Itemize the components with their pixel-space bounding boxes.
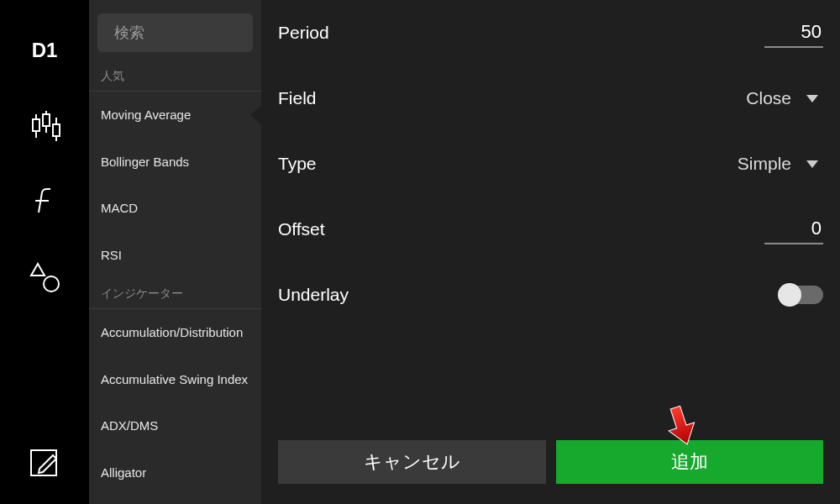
select-field[interactable]: Close [746, 88, 823, 108]
list-item-moving-average[interactable]: Moving Average [89, 92, 261, 139]
pencil-box-icon [28, 445, 61, 479]
add-button-label: 追加 [671, 449, 708, 475]
select-type-value: Simple [738, 154, 791, 174]
list-item-macd[interactable]: MACD [89, 185, 261, 232]
function-icon [29, 186, 60, 218]
label-underlay: Underlay [278, 285, 349, 305]
svg-point-8 [44, 276, 59, 291]
cancel-button[interactable]: キャンセル [278, 440, 546, 484]
settings-rows: Period Field Close Type Simple Offset [278, 0, 823, 432]
list-item-accumulative-swing-index[interactable]: Accumulative Swing Index [89, 356, 261, 403]
indicator-list-panel: 人気 Moving Average Bollinger Bands MACD R… [89, 0, 261, 504]
toggle-underlay[interactable] [780, 286, 823, 304]
select-type[interactable]: Simple [738, 154, 823, 174]
row-type: Type Simple [278, 131, 823, 197]
toggle-knob [778, 283, 801, 307]
indicator-settings-panel: Period Field Close Type Simple Offset [261, 0, 840, 504]
input-period[interactable] [764, 18, 823, 48]
row-field: Field Close [278, 66, 823, 131]
svg-rect-3 [43, 114, 50, 126]
candlestick-icon [28, 109, 61, 143]
add-button[interactable]: 追加 [556, 440, 824, 484]
functions-button[interactable] [19, 176, 70, 227]
input-offset[interactable] [764, 214, 823, 244]
search-input[interactable] [114, 24, 309, 42]
select-field-value: Close [746, 88, 791, 108]
timeframe-button[interactable]: D1 [19, 25, 70, 76]
list-item-alligator[interactable]: Alligator [89, 449, 261, 496]
svg-marker-7 [31, 264, 45, 276]
svg-rect-1 [33, 119, 39, 131]
shapes-button[interactable] [19, 252, 70, 302]
edit-button[interactable] [19, 437, 70, 487]
list-item-rsi[interactable]: RSI [89, 232, 261, 279]
list-item-bollinger-bands[interactable]: Bollinger Bands [89, 139, 261, 186]
section-indicators: インジケーター [89, 278, 261, 309]
chart-type-button[interactable] [19, 101, 70, 151]
list-item-adx-dms[interactable]: ADX/DMS [89, 402, 261, 449]
row-period: Period [278, 0, 823, 66]
action-buttons: キャンセル 追加 [278, 432, 823, 504]
chevron-down-icon [806, 160, 818, 168]
tool-rail: D1 [0, 0, 89, 504]
label-type: Type [278, 154, 317, 174]
search-box[interactable] [97, 13, 253, 52]
list-item-accumulation-distribution[interactable]: Accumulation/Distribution [89, 309, 261, 356]
app-root: D1 [0, 0, 840, 504]
row-underlay: Underlay [278, 262, 823, 328]
svg-rect-5 [53, 124, 60, 136]
label-field: Field [278, 88, 317, 108]
section-popular: 人気 [89, 60, 261, 92]
chevron-down-icon [806, 95, 818, 102]
label-offset: Offset [278, 219, 325, 239]
row-offset: Offset [278, 197, 823, 262]
shapes-icon [28, 260, 61, 294]
